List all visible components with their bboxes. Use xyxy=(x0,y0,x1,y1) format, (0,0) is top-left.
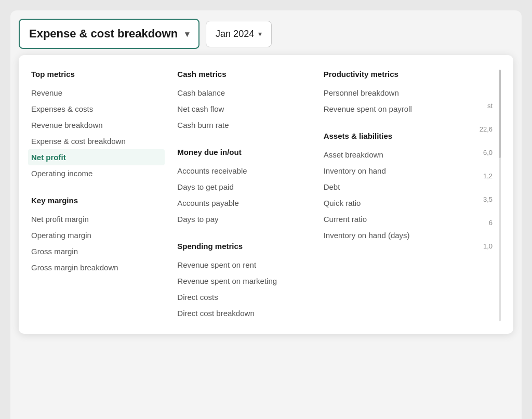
section-header-key-margins: Key margins xyxy=(31,196,165,205)
menu-item-direct-costs[interactable]: Direct costs xyxy=(177,289,311,305)
menu-item-gross-margin-breakdown[interactable]: Gross margin breakdown xyxy=(31,259,165,276)
dropdown-panel: Top metrics Revenue Expenses & costs Rev… xyxy=(19,55,513,334)
date-selector-dropdown[interactable]: Jan 2024 ▾ xyxy=(206,21,272,47)
menu-item-net-cash-flow[interactable]: Net cash flow xyxy=(177,101,311,117)
section-cash-metrics: Cash metrics Cash balance Net cash flow … xyxy=(177,70,311,133)
menu-item-gross-margin[interactable]: Gross margin xyxy=(31,243,165,259)
menu-item-operating-margin[interactable]: Operating margin xyxy=(31,227,165,243)
menu-item-debt[interactable]: Debt xyxy=(324,179,457,195)
menu-item-expenses-costs[interactable]: Expenses & costs xyxy=(31,101,165,117)
date-selector-chevron: ▾ xyxy=(258,30,262,38)
section-key-margins: Key margins Net profit margin Operating … xyxy=(31,196,165,276)
menu-item-current-ratio[interactable]: Current ratio xyxy=(324,211,457,227)
section-top-metrics: Top metrics Revenue Expenses & costs Rev… xyxy=(31,70,165,181)
menu-item-expense-cost-breakdown[interactable]: Expense & cost breakdown xyxy=(31,133,165,149)
menu-item-cash-balance[interactable]: Cash balance xyxy=(177,85,311,101)
right-edge-numbers: st 22,6 6,0 1,2 3,5 6 1,0 xyxy=(470,70,501,321)
menu-item-accounts-receivable[interactable]: Accounts receivable xyxy=(177,163,311,179)
header-row: Expense & cost breakdown ▾ Jan 2024 ▾ xyxy=(19,19,513,49)
section-header-cash-metrics: Cash metrics xyxy=(177,70,311,78)
edge-num-6: 6 xyxy=(489,203,493,227)
menu-item-direct-cost-breakdown[interactable]: Direct cost breakdown xyxy=(177,305,311,321)
section-header-assets-liabilities: Assets & liabilities xyxy=(324,132,457,140)
menu-item-quick-ratio[interactable]: Quick ratio xyxy=(324,195,457,211)
menu-item-days-to-get-paid[interactable]: Days to get paid xyxy=(177,179,311,195)
menu-item-net-profit-margin[interactable]: Net profit margin xyxy=(31,211,165,227)
edge-num-3: 6,0 xyxy=(483,133,493,156)
menu-item-net-profit[interactable]: Net profit xyxy=(28,149,165,165)
edge-num-7: 1,0 xyxy=(483,227,493,250)
section-spending-metrics: Spending metrics Revenue spent on rent R… xyxy=(177,242,311,321)
menu-item-operating-income[interactable]: Operating income xyxy=(31,165,165,181)
menu-item-revenue-spent-payroll[interactable]: Revenue spent on payroll xyxy=(324,101,457,117)
column-top-metrics: Top metrics Revenue Expenses & costs Rev… xyxy=(31,70,177,321)
report-selector-label: Expense & cost breakdown xyxy=(29,27,178,41)
section-productivity-metrics: Productivity metrics Personnel breakdown… xyxy=(324,70,457,117)
section-header-money-due: Money due in/out xyxy=(177,148,311,156)
section-header-top-metrics: Top metrics xyxy=(31,70,165,78)
section-header-productivity: Productivity metrics xyxy=(324,70,457,78)
column-productivity: Productivity metrics Personnel breakdown… xyxy=(324,70,470,321)
menu-item-cash-burn-rate[interactable]: Cash burn rate xyxy=(177,117,311,133)
section-assets-liabilities: Assets & liabilities Asset breakdown Inv… xyxy=(324,132,457,243)
date-selector-label: Jan 2024 xyxy=(216,29,254,40)
section-header-spending-metrics: Spending metrics xyxy=(177,242,311,251)
edge-num-2: 22,6 xyxy=(480,110,493,133)
edge-num-1: st xyxy=(487,90,493,110)
report-selector-dropdown[interactable]: Expense & cost breakdown ▾ xyxy=(19,19,200,49)
menu-item-accounts-payable[interactable]: Accounts payable xyxy=(177,195,311,211)
edge-num-5: 3,5 xyxy=(483,180,493,203)
menu-item-revenue[interactable]: Revenue xyxy=(31,85,165,101)
menu-item-asset-breakdown[interactable]: Asset breakdown xyxy=(324,147,457,163)
page-wrapper: Expense & cost breakdown ▾ Jan 2024 ▾ To… xyxy=(10,10,522,419)
menu-item-inventory-on-hand[interactable]: Inventory on hand xyxy=(324,163,457,179)
menu-item-days-to-pay[interactable]: Days to pay xyxy=(177,211,311,227)
section-money-due: Money due in/out Accounts receivable Day… xyxy=(177,148,311,227)
menu-item-revenue-spent-rent[interactable]: Revenue spent on rent xyxy=(177,257,311,273)
menu-item-revenue-spent-marketing[interactable]: Revenue spent on marketing xyxy=(177,273,311,289)
edge-num-4: 1,2 xyxy=(483,156,493,180)
menu-item-revenue-breakdown[interactable]: Revenue breakdown xyxy=(31,117,165,133)
column-cash-metrics: Cash metrics Cash balance Net cash flow … xyxy=(177,70,323,321)
menu-item-inventory-on-hand-days[interactable]: Inventory on hand (days) xyxy=(324,227,457,243)
report-selector-chevron: ▾ xyxy=(185,29,189,39)
menu-item-personnel-breakdown[interactable]: Personnel breakdown xyxy=(324,85,457,101)
